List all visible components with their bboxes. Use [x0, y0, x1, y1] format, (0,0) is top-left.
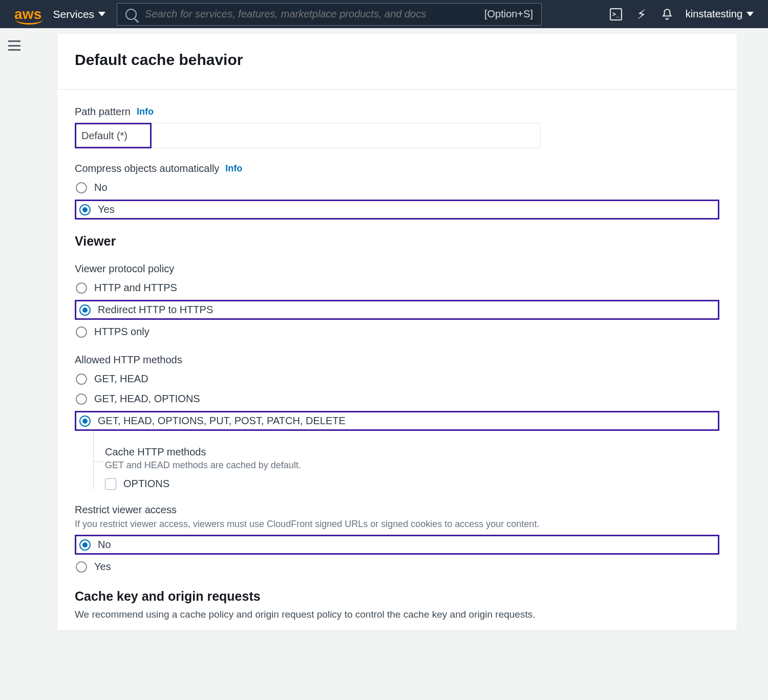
radio-label: No	[94, 182, 108, 193]
bell-icon	[660, 8, 674, 21]
methods-get-head[interactable]: GET, HEAD	[75, 371, 719, 387]
compress-label: Compress objects automatically	[75, 163, 219, 174]
cloudshell-icon: >_	[610, 8, 622, 20]
checkbox-icon	[105, 478, 116, 490]
top-nav: aws Services [Option+S] >_ ⚡︎ kinstatest…	[0, 0, 768, 28]
methods-get-head-options[interactable]: GET, HEAD, OPTIONS	[75, 391, 719, 407]
bell-icon: ⚡︎	[637, 8, 646, 21]
radio-label: Yes	[94, 561, 111, 573]
protocol-https-only[interactable]: HTTPS only	[75, 324, 719, 340]
account-label: kinstatesting	[686, 8, 742, 20]
panel-title: Default cache behavior	[75, 51, 719, 69]
compress-field: Compress objects automatically Info No Y…	[75, 163, 719, 220]
cloudshell-button[interactable]: >_	[609, 7, 623, 21]
global-search[interactable]: [Option+S]	[117, 3, 542, 26]
radio-label: No	[98, 539, 111, 551]
highlight-box: No	[75, 535, 719, 555]
cache-methods-options-checkbox[interactable]: OPTIONS	[105, 478, 719, 490]
highlight-box: Redirect HTTP to HTTPS	[75, 300, 719, 320]
highlight-box: Yes	[75, 200, 719, 220]
radio-label: GET, HEAD	[94, 373, 148, 385]
radio-label: Yes	[98, 204, 115, 215]
radio-label: GET, HEAD, OPTIONS, PUT, POST, PATCH, DE…	[98, 415, 346, 427]
hamburger-icon	[8, 40, 20, 42]
allowed-methods-field: Allowed HTTP methods GET, HEAD GET, HEAD…	[75, 354, 719, 490]
methods-all[interactable]: GET, HEAD, OPTIONS, PUT, POST, PATCH, DE…	[78, 413, 347, 429]
services-menu[interactable]: Services	[53, 8, 106, 20]
aws-logo[interactable]: aws	[14, 7, 42, 21]
cache-behavior-panel: Default cache behavior Path pattern Info	[57, 33, 737, 631]
restrict-access-field: Restrict viewer access If you restrict v…	[75, 504, 719, 575]
viewer-protocol-label: Viewer protocol policy	[75, 263, 174, 275]
cache-methods-block: Cache HTTP methods GET and HEAD methods …	[93, 431, 719, 490]
radio-label: GET, HEAD, OPTIONS	[94, 393, 200, 405]
search-input[interactable]	[145, 8, 476, 20]
compress-info-link[interactable]: Info	[225, 163, 242, 174]
account-menu[interactable]: kinstatesting	[686, 8, 754, 20]
search-icon	[125, 9, 137, 20]
cache-key-heading: Cache key and origin requests	[75, 589, 719, 604]
radio-label: HTTPS only	[94, 326, 150, 338]
search-shortcut: [Option+S]	[484, 8, 533, 20]
chevron-down-icon	[746, 12, 754, 16]
restrict-yes[interactable]: Yes	[75, 559, 719, 575]
cache-methods-hint: GET and HEAD methods are cached by defau…	[105, 460, 719, 471]
protocol-redirect[interactable]: Redirect HTTP to HTTPS	[78, 302, 214, 318]
path-pattern-input-rest[interactable]	[152, 123, 541, 148]
cache-methods-label: Cache HTTP methods	[105, 446, 719, 458]
checkbox-label: OPTIONS	[123, 478, 169, 490]
viewer-protocol-field: Viewer protocol policy HTTP and HTTPS Re…	[75, 263, 719, 340]
path-pattern-field: Path pattern Info	[75, 106, 719, 148]
compress-option-yes[interactable]: Yes	[78, 202, 116, 217]
compress-option-no[interactable]: No	[75, 180, 719, 195]
restrict-hint: If you restrict viewer access, viewers m…	[75, 519, 539, 530]
viewer-heading: Viewer	[75, 234, 719, 249]
radio-label: HTTP and HTTPS	[94, 282, 177, 294]
sidebar-toggle[interactable]	[8, 40, 20, 51]
notifications-button[interactable]: ⚡︎	[634, 7, 649, 21]
notifications-bell[interactable]	[660, 7, 674, 21]
path-pattern-input[interactable]	[76, 124, 150, 147]
path-pattern-label: Path pattern	[75, 106, 131, 118]
services-label: Services	[53, 8, 95, 20]
protocol-http-and-https[interactable]: HTTP and HTTPS	[75, 280, 719, 296]
cache-key-desc: We recommend using a cache policy and or…	[75, 609, 719, 620]
highlight-box	[75, 123, 152, 148]
restrict-no[interactable]: No	[78, 537, 112, 553]
chevron-down-icon	[98, 12, 105, 16]
radio-label: Redirect HTTP to HTTPS	[98, 304, 213, 316]
path-pattern-info-link[interactable]: Info	[137, 106, 154, 117]
left-gutter	[0, 28, 28, 700]
highlight-box: GET, HEAD, OPTIONS, PUT, POST, PATCH, DE…	[75, 411, 719, 431]
restrict-label: Restrict viewer access	[75, 504, 177, 516]
allowed-methods-label: Allowed HTTP methods	[75, 354, 182, 366]
